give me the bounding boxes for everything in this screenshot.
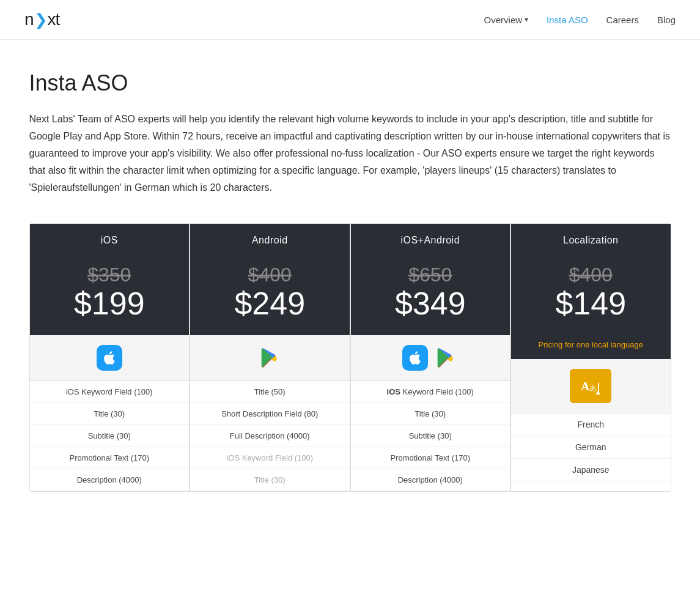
card-icons-android xyxy=(190,335,350,381)
sale-price-ios: $199 xyxy=(36,286,183,321)
nav-overview[interactable]: Overview xyxy=(484,15,529,25)
original-price-ios: $350 xyxy=(36,263,183,286)
card-prices-localization: $400 $149 xyxy=(511,257,671,335)
lang-german: German xyxy=(511,436,671,459)
page-title: Insta ASO xyxy=(29,70,671,96)
card-header-android: Android xyxy=(190,224,350,257)
main-content: Insta ASO Next Labs' Team of ASO experts… xyxy=(17,40,683,528)
feature-ios-subtitle: Subtitle (30) xyxy=(30,425,190,447)
svg-rect-3 xyxy=(599,382,600,391)
card-icons-ios xyxy=(30,335,190,381)
sale-price-ios-android: $349 xyxy=(357,286,504,321)
card-header-ios-android: iOS+Android xyxy=(351,224,510,257)
appstore-icon xyxy=(97,345,122,371)
nav-instaaso[interactable]: Insta ASO xyxy=(547,15,588,25)
pricing-card-localization: Localization $400 $149 Pricing for one l… xyxy=(510,223,671,492)
feature-android-title-dimmed: Title (30) xyxy=(190,469,350,491)
feature-ios-description: Description (4000) xyxy=(30,469,190,491)
feature-combo-promo: Promotional Text (170) xyxy=(351,447,510,469)
original-price-ios-android: $650 xyxy=(357,263,504,286)
card-prices-android: $400 $249 xyxy=(190,257,350,335)
lang-french: French xyxy=(511,413,671,436)
pricing-card-ios: iOS $350 $199 iOS Keyword Field (100) Ti… xyxy=(29,223,190,492)
card-icons-localization: A あ xyxy=(511,359,671,413)
appstore-icon-combo xyxy=(402,345,428,371)
feature-ios-title: Title (30) xyxy=(30,403,190,425)
site-logo: n ❯ xt xyxy=(24,10,59,29)
pricing-grid: iOS $350 $199 iOS Keyword Field (100) Ti… xyxy=(29,223,671,492)
feature-android-keyword-dimmed: iOS Keyword Field (100) xyxy=(190,447,350,469)
card-header-localization: Localization xyxy=(511,224,671,257)
logo-text-n: n xyxy=(24,10,34,29)
card-features-android: Title (50) Short Description Field (80) … xyxy=(190,381,350,491)
pricing-note-localization: Pricing for one local language xyxy=(511,335,671,359)
language-list: French German Japanese xyxy=(511,413,671,481)
card-prices-ios: $350 $199 xyxy=(30,257,190,335)
feature-android-short-desc: Short Description Field (80) xyxy=(190,403,350,425)
feature-android-title: Title (50) xyxy=(190,381,350,403)
feature-combo-title: Title (30) xyxy=(351,403,510,425)
nav-blog[interactable]: Blog xyxy=(657,15,676,25)
feature-android-full-desc: Full Description (4000) xyxy=(190,425,350,447)
feature-combo-keyword: iOS Keyword Field (100) xyxy=(351,381,510,403)
feature-ios-promo: Promotional Text (170) xyxy=(30,447,190,469)
card-icons-ios-android xyxy=(351,335,510,381)
googleplay-icon-combo xyxy=(433,345,459,371)
feature-combo-subtitle: Subtitle (30) xyxy=(351,425,510,447)
translation-icon: A あ xyxy=(570,369,611,403)
feature-ios-keyword: iOS Keyword Field (100) xyxy=(30,381,190,403)
original-price-android: $400 xyxy=(196,263,344,286)
original-price-localization: $400 xyxy=(517,263,665,286)
sale-price-localization: $149 xyxy=(517,286,665,321)
card-features-ios: iOS Keyword Field (100) Title (30) Subti… xyxy=(30,381,190,491)
feature-combo-description: Description (4000) xyxy=(351,469,510,491)
site-header: n ❯ xt Overview Insta ASO Careers Blog xyxy=(0,0,700,40)
svg-text:A: A xyxy=(581,380,590,393)
svg-text:あ: あ xyxy=(590,384,597,392)
lang-japanese: Japanese xyxy=(511,459,671,481)
logo-text-xt: xt xyxy=(48,10,60,29)
nav-careers[interactable]: Careers xyxy=(606,15,639,25)
card-prices-ios-android: $650 $349 xyxy=(351,257,510,335)
pricing-card-android: Android $400 $249 Title (50) Short Descr… xyxy=(190,223,350,492)
googleplay-icon xyxy=(257,345,282,371)
page-description: Next Labs' Team of ASO experts will help… xyxy=(29,111,671,196)
card-header-ios: iOS xyxy=(30,224,190,257)
card-features-ios-android: iOS Keyword Field (100) Title (30) Subti… xyxy=(351,381,510,491)
main-nav: Overview Insta ASO Careers Blog xyxy=(484,15,676,25)
sale-price-android: $249 xyxy=(196,286,344,321)
logo-arrow-icon: ❯ xyxy=(34,10,47,29)
pricing-card-ios-android: iOS+Android $650 $349 xyxy=(350,223,511,492)
